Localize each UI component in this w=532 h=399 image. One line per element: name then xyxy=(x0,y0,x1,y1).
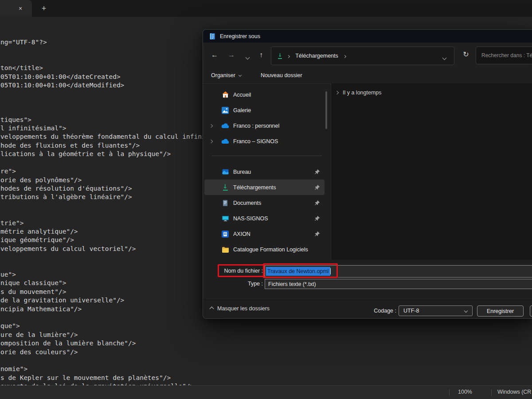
annotation-box-filename-input xyxy=(263,263,338,278)
notepad-icon xyxy=(209,33,216,40)
sidebar-item-label: Galerie xyxy=(233,107,251,113)
new-folder-button[interactable]: Nouveau dossier xyxy=(261,72,302,78)
sidebar-divider xyxy=(212,156,322,156)
onedrive-icon xyxy=(221,137,229,145)
organize-chevron-icon xyxy=(239,74,242,77)
new-tab-button[interactable]: + xyxy=(39,3,49,14)
sidebar-scrollbar[interactable] xyxy=(325,91,327,129)
file-group-header[interactable]: Il y a longtemps xyxy=(336,90,382,96)
breadcrumb-chevron-icon[interactable] xyxy=(344,53,346,59)
recent-locations-chevron-icon[interactable] xyxy=(241,51,254,63)
desktop-screen: × + ng="UTF-8"?> ton</title> 05T01:10:00… xyxy=(0,0,532,399)
downloads-icon: ↓ xyxy=(221,184,229,192)
home-icon xyxy=(221,91,229,99)
dialog-title: Enregistrer sous xyxy=(220,33,260,39)
notepad-tab-bar: × + xyxy=(0,0,532,17)
sidebar-item-axion[interactable]: AXION xyxy=(204,226,325,242)
expand-chevron-icon[interactable] xyxy=(210,140,221,143)
sidebar-item-label: NAS-SIGNOS xyxy=(233,215,268,222)
status-zoom-level: 100% xyxy=(452,389,478,395)
folder-icon xyxy=(221,246,229,254)
organize-button[interactable]: Organiser xyxy=(211,72,241,78)
status-divider xyxy=(449,389,450,396)
pin-icon xyxy=(314,200,320,206)
refresh-icon[interactable]: ↻ xyxy=(459,48,473,61)
sidebar-item-bureau[interactable]: Bureau xyxy=(204,164,325,180)
sidebar-item-catalogue-formation[interactable]: Catalogue Formation Logiciels xyxy=(204,242,325,257)
sidebar-item-label: Franco : personnel xyxy=(233,123,279,129)
breadcrumb-folder[interactable]: Téléchargements xyxy=(295,53,338,59)
pin-icon xyxy=(314,184,320,190)
tab-close-icon[interactable]: × xyxy=(16,4,25,13)
file-list-pane[interactable]: Il y a longtemps xyxy=(331,83,532,260)
hide-folders-button[interactable]: Masquer les dossiers xyxy=(210,305,270,312)
dialog-body: Accueil Galerie xyxy=(203,83,532,260)
cancel-button-partial[interactable] xyxy=(530,305,532,317)
forward-icon[interactable]: → xyxy=(225,49,238,61)
hide-folders-label: Masquer les dossiers xyxy=(217,305,270,312)
status-line-ending: Windows (CR xyxy=(497,389,531,395)
back-icon[interactable]: ← xyxy=(208,49,221,61)
chevron-down-icon xyxy=(464,309,468,313)
sidebar-item-label: Accueil xyxy=(233,92,251,98)
downloads-icon: ↓ xyxy=(278,53,282,59)
dialog-fields-section: Nom du fichier : Travaux de Newton.opml … xyxy=(203,260,532,300)
sidebar-item-label: AXION xyxy=(233,231,250,237)
sidebar-item-nas-signos[interactable]: NAS-SIGNOS xyxy=(204,211,325,226)
drive-icon xyxy=(221,230,229,238)
search-input[interactable] xyxy=(476,47,532,64)
up-icon[interactable]: ↑ xyxy=(255,49,267,61)
dialog-title-bar[interactable]: Enregistrer sous xyxy=(203,30,532,43)
filetype-label: Type : xyxy=(203,281,263,287)
sidebar-item-franco-signos[interactable]: Franco – SIGNOS xyxy=(204,133,325,149)
sidebar-item-label: Documents xyxy=(233,200,261,206)
sidebar-item-label: Franco – SIGNOS xyxy=(233,138,278,145)
address-bar[interactable]: ↓ Téléchargements xyxy=(271,47,454,65)
sidebar-item-accueil[interactable]: Accueil xyxy=(204,87,325,102)
dialog-toolbar: Organiser Nouveau dossier xyxy=(203,67,532,84)
document-icon xyxy=(221,199,229,207)
group-header-label: Il y a longtemps xyxy=(343,90,382,96)
dialog-sidebar: Accueil Galerie xyxy=(203,83,331,260)
sidebar-item-galerie[interactable]: Galerie xyxy=(204,102,325,118)
status-divider xyxy=(491,389,492,396)
editor-status-bar: 100% Windows (CR xyxy=(0,385,532,399)
expand-chevron-icon[interactable] xyxy=(210,125,221,127)
desktop-icon xyxy=(221,168,229,176)
filetype-dropdown[interactable]: Fichiers texte (*.txt) xyxy=(265,279,532,289)
pin-icon xyxy=(314,215,320,221)
pin-icon xyxy=(314,169,320,175)
save-button[interactable]: Enregistrer xyxy=(477,305,524,317)
chevron-up-icon xyxy=(210,306,214,311)
sidebar-item-label: Bureau xyxy=(233,169,251,175)
gallery-icon xyxy=(221,106,229,114)
dialog-nav-bar: ← → ↑ ↓ Téléchargements ↻ xyxy=(203,43,532,67)
group-chevron-icon[interactable] xyxy=(335,91,339,94)
encoding-value: UTF-8 xyxy=(403,308,419,314)
sidebar-item-documents[interactable]: Documents xyxy=(204,195,325,211)
annotation-box-filename-label xyxy=(218,264,265,277)
network-monitor-icon xyxy=(221,215,229,223)
onedrive-icon xyxy=(221,122,229,130)
notepad-active-tab[interactable]: × xyxy=(0,0,32,17)
sidebar-item-telechargements[interactable]: ↓ Téléchargements xyxy=(204,180,325,195)
encoding-label: Codage : xyxy=(352,308,396,314)
sidebar-item-label: Téléchargements xyxy=(233,184,276,191)
sidebar-item-label: Catalogue Formation Logiciels xyxy=(233,246,308,253)
address-dropdown-chevron-icon[interactable] xyxy=(443,55,446,61)
sidebar-item-franco-personnel[interactable]: Franco : personnel xyxy=(204,118,325,133)
filetype-value: Fichiers texte (*.txt) xyxy=(265,281,316,287)
save-as-dialog: Enregistrer sous ← → ↑ ↓ Téléchargements… xyxy=(203,29,532,319)
pin-icon xyxy=(314,231,320,237)
encoding-dropdown[interactable]: UTF-8 xyxy=(399,305,473,316)
dialog-footer: Masquer les dossiers Codage : UTF-8 Enre… xyxy=(203,300,532,319)
breadcrumb-chevron-icon xyxy=(287,53,289,59)
organize-label: Organiser xyxy=(211,72,235,78)
